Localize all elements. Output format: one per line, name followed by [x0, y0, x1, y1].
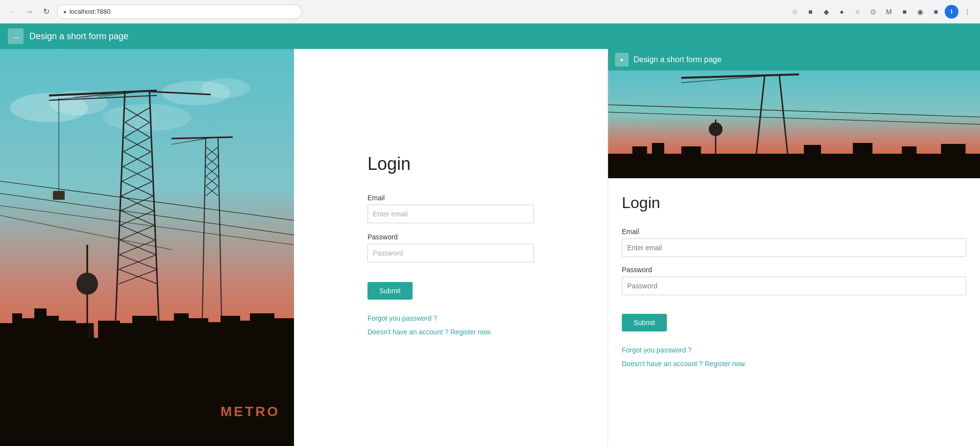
preview-inner: ■ Design a short form page [608, 49, 980, 446]
extension5-button[interactable]: ⊙ [866, 5, 880, 19]
preview-email-input[interactable] [622, 238, 966, 257]
preview-password-input[interactable] [622, 277, 966, 295]
browser-toolbar: ☆ ■ ◆ ● ○ ⊙ M ■ ◉ ■ I ⋮ [788, 5, 974, 19]
svg-rect-82 [272, 318, 294, 348]
svg-rect-64 [0, 338, 294, 446]
preview-password-group: Password [622, 266, 966, 295]
svg-point-5 [103, 104, 191, 131]
preview-panel: ■ Design a short form page [608, 49, 980, 446]
bookmark-star-button[interactable]: ☆ [788, 5, 802, 19]
svg-rect-78 [206, 322, 223, 348]
preview-header: ■ Design a short form page [608, 49, 980, 70]
back-button[interactable]: ← [6, 5, 20, 19]
preview-forgot-password-link[interactable]: Forgot you password ? [622, 346, 966, 354]
app-logo: .... [8, 28, 24, 44]
submit-button[interactable]: Submit [368, 282, 413, 300]
svg-rect-72 [98, 321, 120, 348]
browser-chrome: ← → ↻ ● localhost:7880 ☆ ■ ◆ ● ○ ⊙ M ■ ◉… [0, 0, 980, 23]
preview-header-title: Design a short form page [634, 55, 722, 64]
main-content: METRO Login Email Password Submit Forgot… [0, 49, 980, 446]
logo-text: .... [13, 34, 18, 39]
preview-email-group: Email [622, 228, 966, 257]
extension7-button[interactable]: ■ [898, 5, 911, 19]
form-panel: Login Email Password Submit Forgot you p… [294, 49, 608, 446]
svg-rect-94 [633, 146, 647, 159]
svg-rect-96 [682, 146, 701, 159]
extension8-button[interactable]: ◉ [913, 5, 927, 19]
lock-icon: ● [63, 9, 67, 15]
svg-rect-79 [220, 316, 240, 348]
email-input[interactable] [368, 205, 534, 223]
form-container: Login Email Password Submit Forgot you p… [368, 154, 534, 342]
svg-rect-71 [71, 323, 88, 348]
extension3-button[interactable]: ● [835, 5, 849, 19]
email-form-group: Email [368, 194, 534, 223]
svg-rect-95 [652, 143, 664, 159]
svg-rect-81 [250, 313, 274, 348]
password-form-group: Password [368, 233, 534, 262]
svg-text:METRO: METRO [220, 404, 280, 419]
register-link[interactable]: Doesn't have an account ? Register now. [368, 328, 534, 336]
svg-rect-74 [132, 316, 157, 348]
svg-point-62 [77, 273, 97, 290]
hero-image-panel: METRO [0, 49, 294, 446]
forward-button[interactable]: → [23, 5, 36, 19]
svg-rect-100 [941, 144, 966, 159]
svg-rect-67 [20, 318, 37, 348]
app-header: .... Design a short form page [0, 23, 980, 49]
extension9-button[interactable]: ■ [929, 5, 943, 19]
preview-email-label: Email [622, 228, 966, 235]
svg-rect-97 [804, 145, 821, 159]
profile-button[interactable]: I [945, 5, 958, 19]
preview-logo: ■ [615, 53, 629, 67]
password-input[interactable] [368, 244, 534, 262]
password-label: Password [368, 233, 534, 241]
preview-submit-button[interactable]: Submit [622, 314, 667, 331]
form-title: Login [368, 154, 534, 174]
svg-rect-98 [853, 143, 873, 159]
preview-password-label: Password [622, 266, 966, 274]
city-svg: METRO [0, 49, 294, 446]
address-bar[interactable]: ● localhost:7880 [57, 4, 302, 19]
reload-button[interactable]: ↻ [39, 5, 53, 19]
app-title: Design a short form page [29, 31, 128, 42]
svg-point-92 [709, 122, 723, 136]
extension2-button[interactable]: ◆ [819, 5, 833, 19]
forgot-password-link[interactable]: Forgot you password ? [368, 314, 534, 322]
svg-rect-75 [157, 321, 176, 348]
svg-rect-77 [186, 318, 208, 348]
email-label: Email [368, 194, 534, 202]
preview-hero-image [608, 70, 980, 178]
url-text: localhost:7880 [70, 8, 111, 15]
preview-register-link[interactable]: Doesn't have an account ? Register now. [622, 360, 966, 368]
nav-buttons: ← → ↻ [6, 5, 53, 19]
extension6-button[interactable]: M [882, 5, 896, 19]
preview-form-area: Login Email Password Submit Forgot you p… [608, 178, 980, 389]
extension1-button[interactable]: ■ [804, 5, 817, 19]
extension4-button[interactable]: ○ [851, 5, 864, 19]
preview-form-title: Login [622, 194, 966, 212]
svg-rect-73 [118, 323, 132, 348]
menu-button[interactable]: ⋮ [960, 5, 974, 19]
svg-rect-99 [902, 146, 917, 159]
svg-rect-39 [53, 191, 65, 200]
